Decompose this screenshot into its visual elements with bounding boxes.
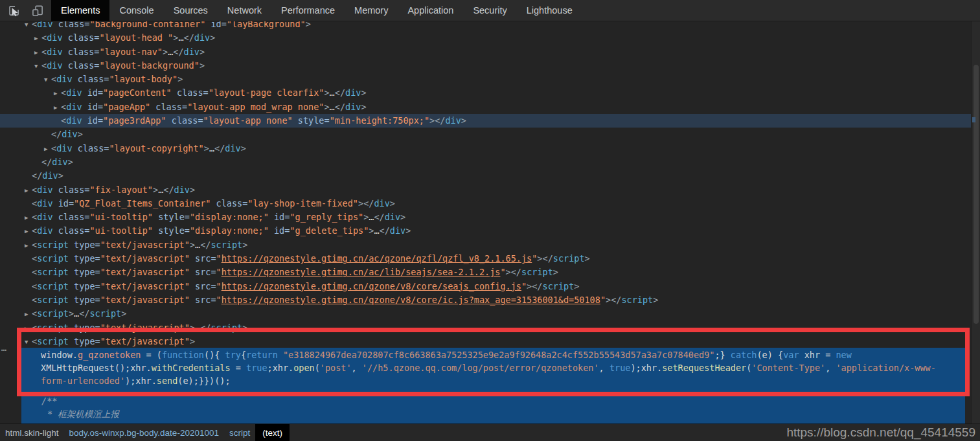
tab-performance[interactable]: Performance [271, 0, 345, 21]
scrollbar-thumb[interactable] [974, 65, 979, 324]
script-text-line[interactable]: /** [0, 394, 971, 407]
expand-arrow-closed-icon[interactable]: ▶ [34, 32, 41, 45]
dom-tree-row[interactable]: ▶<div class="fix-layout">…</div> [0, 183, 971, 197]
dom-tree-row[interactable]: <div id="QZ_Float_Items_Container" class… [0, 197, 971, 210]
expand-arrow-closed-icon[interactable]: ▶ [25, 225, 32, 238]
dom-tree-row[interactable]: ▼<script type="text/javascript"> [0, 335, 971, 348]
script-text-line[interactable]: XMLHttpRequest();xhr.withCredentials = t… [0, 361, 971, 374]
dom-tree-row[interactable]: ▼<div class="background-container" id="l… [0, 21, 971, 31]
watermark-url: https://blog.csdn.net/qq_45414559 [786, 424, 975, 441]
dom-tree-row[interactable]: ▶<div id="pageContent" class="layout-pag… [0, 86, 971, 100]
breadcrumb-item[interactable]: body.os-winxp.bg-body.date-20201001 [64, 424, 224, 441]
dom-tree-row[interactable]: <script type="text/javascript" src="http… [0, 252, 971, 266]
expand-arrow-open-icon[interactable]: ▼ [25, 335, 32, 348]
tab-application[interactable]: Application [398, 0, 463, 21]
expand-arrow-open-icon[interactable]: ▼ [34, 60, 41, 73]
script-text-line[interactable]: form-urlencoded');xhr.send(e);}})(); [0, 374, 971, 387]
expand-arrow-closed-icon[interactable]: ▶ [54, 101, 61, 114]
tab-network[interactable]: Network [218, 0, 271, 21]
device-toolbar-icon[interactable] [30, 3, 45, 17]
breadcrumb-item[interactable]: script [224, 424, 255, 441]
devtools-tabbar: ElementsConsoleSourcesNetworkPerformance… [0, 0, 980, 21]
tab-memory[interactable]: Memory [345, 0, 398, 21]
dom-tree-row[interactable]: ▶<div class="ui-tooltip" style="display:… [0, 210, 971, 224]
expand-arrow-closed-icon[interactable]: ▶ [25, 184, 32, 197]
expand-arrow-closed-icon[interactable]: ▶ [44, 142, 51, 155]
breadcrumb-item[interactable]: (text) [255, 424, 290, 441]
expand-arrow-closed-icon[interactable]: ▶ [25, 211, 32, 224]
scroll-position-marker [972, 117, 975, 122]
expand-arrow-closed-icon[interactable]: ▶ [25, 239, 32, 252]
dom-tree-row[interactable]: ▼<div class="layout-background"> [0, 59, 971, 73]
dom-tree-row[interactable]: ▶<script>…</script> [0, 307, 971, 321]
dom-tree-row[interactable]: ▶<div class="layout-nav">…</div> [0, 45, 971, 59]
elements-panel: ▼<div class="background-container" id="l… [0, 21, 980, 424]
dom-tree-row[interactable]: ▶<script type="text/javascript">…</scrip… [0, 238, 971, 252]
tab-sources[interactable]: Sources [164, 0, 218, 21]
script-text-line[interactable]: * 框架机模渲上报 [0, 407, 971, 420]
expand-arrow-closed-icon[interactable]: ▶ [25, 322, 32, 335]
toolbar-icons [0, 0, 51, 21]
inspect-icon[interactable] [6, 3, 21, 17]
expand-arrow-open-icon[interactable]: ▼ [25, 21, 32, 31]
dom-tree-row[interactable]: </div> [0, 169, 971, 183]
devtools-window: ElementsConsoleSourcesNetworkPerformance… [0, 0, 980, 441]
tab-lighthouse[interactable]: Lighthouse [517, 0, 582, 21]
devtools-statusbar: html.skin-lightbody.os-winxp.bg-body.dat… [0, 424, 980, 441]
tab-strip: ElementsConsoleSourcesNetworkPerformance… [51, 0, 582, 21]
expand-arrow-open-icon[interactable]: ▼ [44, 73, 51, 86]
tab-console[interactable]: Console [109, 0, 163, 21]
breadcrumb: html.skin-lightbody.os-winxp.bg-body.dat… [0, 424, 290, 441]
dom-tree-row[interactable]: ▶<div class="ui-tooltip" style="display:… [0, 224, 971, 238]
tab-security[interactable]: Security [463, 0, 516, 21]
dom-tree-row[interactable]: <script type="text/javascript" src="http… [0, 266, 971, 279]
dom-tree-row[interactable]: ▶<script type="text/javascript">…</scrip… [0, 321, 971, 335]
expand-arrow-closed-icon[interactable]: ▶ [25, 308, 32, 321]
more-marker-icon: ⋯ [1, 345, 6, 355]
dom-tree-row[interactable]: <script type="text/javascript" src="http… [0, 280, 971, 293]
dom-tree-row[interactable]: <div id="page3rdApp" class="layout-app n… [0, 114, 971, 128]
expand-arrow-closed-icon[interactable]: ▶ [54, 87, 61, 100]
dom-tree[interactable]: ▼<div class="background-container" id="l… [0, 21, 971, 420]
expand-arrow-closed-icon[interactable]: ▶ [34, 46, 41, 59]
dom-tree-row[interactable]: </div> [0, 128, 971, 141]
dom-tree-row[interactable]: ▶<div class="layout-copyright">…</div> [0, 142, 971, 155]
dom-tree-row[interactable]: <script type="text/javascript" src="http… [0, 293, 971, 307]
dom-tree-row[interactable]: ▼<div class="layout-body"> [0, 73, 971, 86]
breadcrumb-item[interactable]: html.skin-light [0, 424, 64, 441]
tab-elements[interactable]: Elements [51, 0, 109, 21]
dom-tree-row[interactable]: ▶<div id="pageApp" class="layout-app mod… [0, 100, 971, 114]
dom-tree-row[interactable]: </div> [0, 155, 971, 169]
vertical-scrollbar[interactable] [971, 21, 980, 424]
script-text-line[interactable]: window.g_qzonetoken = (function(){ try{r… [0, 348, 971, 361]
dom-tree-row[interactable]: ▶<div class="layout-head ">…</div> [0, 31, 971, 45]
